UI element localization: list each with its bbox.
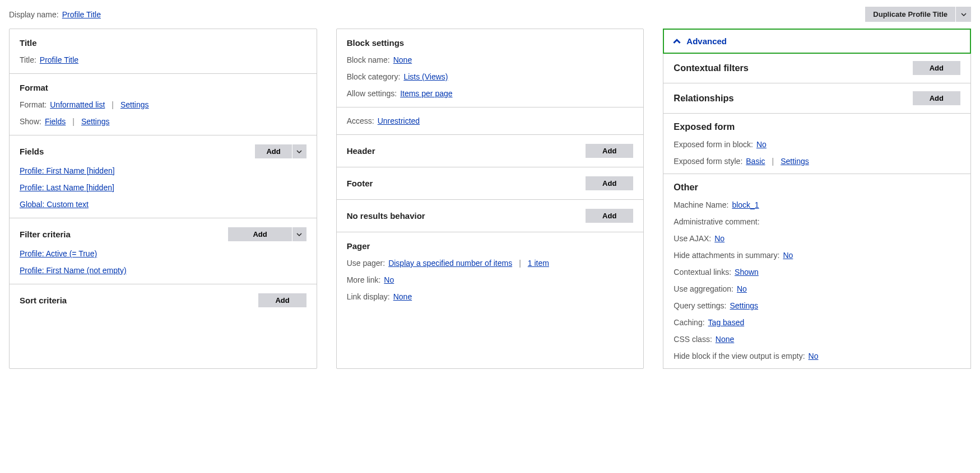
header-heading: Header <box>347 146 375 156</box>
display-name-row: Display name: Profile Title <box>9 10 101 19</box>
use-ajax-label: Use AJAX: <box>674 234 711 243</box>
exposed-form-section: Exposed form Exposed form in block: No E… <box>663 114 970 174</box>
exposed-style-settings-link[interactable]: Settings <box>781 157 809 166</box>
format-section: Format Format: Unformatted list | Settin… <box>10 74 317 135</box>
header-section: Header Add <box>337 135 644 167</box>
caching-label: Caching: <box>674 318 704 327</box>
separator: | <box>519 259 521 268</box>
block-category-link[interactable]: Lists (Views) <box>403 72 448 81</box>
block-name-label: Block name: <box>347 55 390 64</box>
display-name-link[interactable]: Profile Title <box>62 10 101 19</box>
query-settings-label: Query settings: <box>674 301 726 310</box>
filter-heading: Filter criteria <box>20 230 71 239</box>
footer-section: Footer Add <box>337 167 644 200</box>
filter-item[interactable]: Profile: First Name (not empty) <box>20 266 127 275</box>
exposed-in-block-link[interactable]: No <box>756 140 767 149</box>
duplicate-button[interactable]: Duplicate Profile Title <box>865 7 955 22</box>
sort-section: Sort criteria Add <box>10 284 317 316</box>
relationships-heading: Relationships <box>674 93 733 104</box>
chevron-down-icon <box>296 232 302 237</box>
allow-settings-label: Allow settings: <box>347 89 397 98</box>
column-1: Title Title: Profile Title Format Format… <box>9 29 317 369</box>
separator: | <box>772 157 774 166</box>
field-item[interactable]: Profile: First Name [hidden] <box>20 166 115 175</box>
contextual-filters-section: Contextual filters Add <box>663 53 970 83</box>
advanced-heading: Advanced <box>686 36 727 46</box>
admin-comment-label: Administrative comment: <box>674 217 759 226</box>
contextual-add-button[interactable]: Add <box>913 61 960 75</box>
hide-attachments-link[interactable]: No <box>783 251 793 260</box>
show-label: Show: <box>20 117 41 126</box>
duplicate-dropdown-button[interactable] <box>955 7 971 22</box>
format-label: Format: <box>20 100 47 109</box>
sort-add-button[interactable]: Add <box>258 293 306 307</box>
block-settings-section: Block settings Block name: None Block ca… <box>337 29 644 107</box>
column-3: Advanced Contextual filters Add Relation… <box>663 29 971 369</box>
format-value-link[interactable]: Unformatted list <box>50 100 105 109</box>
filter-item[interactable]: Profile: Active (= True) <box>20 249 97 258</box>
show-value-link[interactable]: Fields <box>45 117 66 126</box>
contextual-links-label: Contextual links: <box>674 268 731 277</box>
block-name-link[interactable]: None <box>393 55 412 64</box>
no-results-section: No results behavior Add <box>337 200 644 232</box>
css-class-label: CSS class: <box>674 335 712 344</box>
no-results-heading: No results behavior <box>347 211 425 221</box>
filter-add-button[interactable]: Add <box>228 227 291 241</box>
fields-heading: Fields <box>20 147 44 156</box>
filter-add-dropdown[interactable] <box>292 227 306 241</box>
advanced-toggle[interactable]: Advanced <box>663 29 971 54</box>
access-section: Access: Unrestricted <box>337 107 644 135</box>
title-label: Title: <box>20 55 36 64</box>
no-results-add-button[interactable]: Add <box>586 209 633 223</box>
title-section: Title Title: Profile Title <box>10 29 317 74</box>
duplicate-button-group: Duplicate Profile Title <box>865 7 971 22</box>
contextual-links-link[interactable]: Shown <box>735 268 759 277</box>
footer-heading: Footer <box>347 179 373 188</box>
css-class-link[interactable]: None <box>716 335 734 344</box>
fields-add-button[interactable]: Add <box>255 144 291 158</box>
column-2: Block settings Block name: None Block ca… <box>336 29 644 369</box>
access-label: Access: <box>347 116 374 125</box>
exposed-heading: Exposed form <box>674 121 960 132</box>
top-bar: Display name: Profile Title Duplicate Pr… <box>9 7 971 22</box>
contextual-heading: Contextual filters <box>674 63 749 73</box>
link-display-link[interactable]: None <box>393 292 412 301</box>
exposed-style-label: Exposed form style: <box>674 157 742 166</box>
hide-block-link[interactable]: No <box>809 352 819 360</box>
exposed-style-link[interactable]: Basic <box>746 157 765 166</box>
chevron-down-icon <box>961 12 967 17</box>
field-item[interactable]: Global: Custom text <box>20 200 89 209</box>
relationships-add-button[interactable]: Add <box>913 91 960 105</box>
title-link[interactable]: Profile Title <box>40 55 78 64</box>
columns: Title Title: Profile Title Format Format… <box>9 29 971 369</box>
caching-link[interactable]: Tag based <box>708 318 745 327</box>
field-item[interactable]: Profile: Last Name [hidden] <box>20 183 114 192</box>
access-link[interactable]: Unrestricted <box>378 116 420 125</box>
title-heading: Title <box>20 38 306 48</box>
pager-section: Pager Use pager: Display a specified num… <box>337 232 644 310</box>
footer-add-button[interactable]: Add <box>586 176 633 190</box>
relationships-section: Relationships Add <box>663 83 970 114</box>
chevron-up-icon <box>673 38 681 45</box>
allow-settings-link[interactable]: Items per page <box>400 89 452 98</box>
display-name-label: Display name: <box>9 10 59 19</box>
more-link-link[interactable]: No <box>384 275 394 284</box>
block-category-label: Block category: <box>347 72 401 81</box>
use-aggregation-link[interactable]: No <box>737 284 747 293</box>
use-pager-link[interactable]: Display a specified number of items <box>388 259 512 268</box>
block-settings-heading: Block settings <box>347 38 634 48</box>
show-settings-link[interactable]: Settings <box>81 117 110 126</box>
more-link-label: More link: <box>347 275 381 284</box>
use-pager-label: Use pager: <box>347 259 385 268</box>
use-ajax-link[interactable]: No <box>714 234 724 243</box>
filter-section: Filter criteria Add Profile: Active (= T… <box>10 218 317 284</box>
use-pager-count-link[interactable]: 1 item <box>528 259 549 268</box>
other-heading: Other <box>674 182 960 193</box>
separator: | <box>112 100 114 109</box>
fields-add-dropdown[interactable] <box>292 144 306 158</box>
format-heading: Format <box>20 83 306 92</box>
machine-name-link[interactable]: block_1 <box>732 200 759 209</box>
query-settings-link[interactable]: Settings <box>730 301 758 310</box>
header-add-button[interactable]: Add <box>586 144 633 158</box>
format-settings-link[interactable]: Settings <box>120 100 149 109</box>
